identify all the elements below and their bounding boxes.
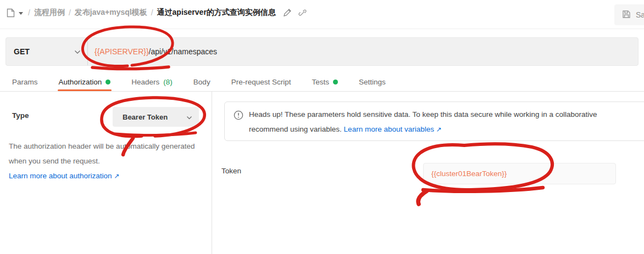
auth-type-dropdown[interactable]: Bearer Token bbox=[113, 107, 199, 127]
copy-link-icon[interactable] bbox=[298, 9, 307, 17]
url-variable: {{APISERVER}} bbox=[95, 47, 149, 56]
warning-text-line2-prefix: recommend using variables. bbox=[249, 125, 342, 133]
tab-authorization[interactable]: Authorization bbox=[59, 73, 111, 91]
tab-label: Tests bbox=[312, 78, 329, 86]
token-value: {{cluster01BearToken}} bbox=[431, 170, 507, 178]
breadcrumb-item-folder[interactable]: 发布java+mysql模板 bbox=[75, 8, 147, 18]
link-label: Learn more about authorization bbox=[9, 172, 112, 180]
method-selector[interactable]: GET bbox=[6, 38, 88, 65]
external-link-icon: ↗ bbox=[436, 126, 442, 133]
auth-type-panel: Type Bearer Token The authorization head… bbox=[0, 92, 212, 254]
tab-label: Params bbox=[12, 78, 38, 86]
breadcrumb-separator: / bbox=[28, 8, 30, 17]
token-field-label: Token bbox=[221, 167, 241, 175]
tab-label: Pre-request Script bbox=[231, 78, 291, 86]
edit-name-icon[interactable] bbox=[283, 9, 291, 17]
chevron-down-icon[interactable] bbox=[19, 12, 23, 15]
info-icon bbox=[234, 110, 243, 140]
warning-text-line2: recommend using variables. Learn more ab… bbox=[249, 122, 597, 137]
warning-text-line1: Heads up! These parameters hold sensitiv… bbox=[249, 108, 597, 122]
auth-description: The authorization header will be automat… bbox=[9, 139, 202, 184]
auth-type-value: Bearer Token bbox=[123, 113, 168, 121]
tab-label: Authorization bbox=[59, 78, 102, 86]
link-label: Learn more about variables bbox=[344, 125, 434, 133]
breadcrumb-item-collection[interactable]: 流程用例 bbox=[34, 8, 65, 18]
header: / 流程用例 / 发布java+mysql模板 / 通过apiserver的方式… bbox=[0, 0, 644, 29]
learn-more-variables-link[interactable]: Learn more about variables ↗ bbox=[344, 125, 442, 133]
url-input[interactable]: {{APISERVER}}/api/v1/namespaces bbox=[88, 38, 638, 65]
tab-tests[interactable]: Tests bbox=[312, 73, 338, 91]
external-link-icon: ↗ bbox=[114, 172, 119, 180]
tab-pre-request-script[interactable]: Pre-request Script bbox=[231, 73, 291, 91]
status-dot bbox=[333, 80, 338, 84]
breadcrumb-item-request: 通过apiserver的方式查询实例信息 bbox=[157, 8, 276, 18]
tab-headers[interactable]: Headers (8) bbox=[131, 73, 173, 91]
tab-params[interactable]: Params bbox=[12, 73, 38, 91]
save-label: Save bbox=[636, 10, 644, 19]
tab-settings[interactable]: Settings bbox=[359, 73, 386, 91]
breadcrumb-separator: / bbox=[69, 8, 71, 17]
tab-label: Headers bbox=[131, 78, 159, 86]
chevron-down-icon bbox=[74, 47, 81, 57]
tab-body[interactable]: Body bbox=[193, 73, 210, 91]
learn-more-authorization-link[interactable]: Learn more about authorization ↗ bbox=[9, 172, 119, 180]
tab-label: Settings bbox=[359, 78, 386, 86]
type-label: Type bbox=[12, 111, 29, 120]
request-tabs: Params Authorization Headers (8) Body Pr… bbox=[0, 73, 644, 92]
save-icon bbox=[622, 10, 631, 20]
token-input[interactable]: {{cluster01BearToken}} bbox=[423, 163, 616, 184]
chevron-down-icon bbox=[186, 112, 192, 122]
method-label: GET bbox=[14, 47, 30, 56]
url-path: /api/v1/namespaces bbox=[149, 47, 218, 56]
request-file-icon[interactable] bbox=[7, 8, 15, 18]
sensitive-data-warning: Heads up! These parameters hold sensitiv… bbox=[224, 101, 644, 141]
warning-text: Heads up! These parameters hold sensitiv… bbox=[249, 108, 597, 140]
headers-count-badge: (8) bbox=[163, 78, 173, 86]
breadcrumb: / 流程用例 / 发布java+mysql模板 / 通过apiserver的方式… bbox=[7, 8, 307, 18]
breadcrumb-separator: / bbox=[151, 8, 153, 17]
auth-description-text: The authorization header will be automat… bbox=[9, 142, 195, 165]
tab-label: Body bbox=[193, 78, 210, 86]
request-url-bar: GET {{APISERVER}}/api/v1/namespaces bbox=[5, 37, 639, 66]
status-dot bbox=[106, 80, 110, 84]
save-button[interactable]: Save bbox=[614, 4, 644, 25]
